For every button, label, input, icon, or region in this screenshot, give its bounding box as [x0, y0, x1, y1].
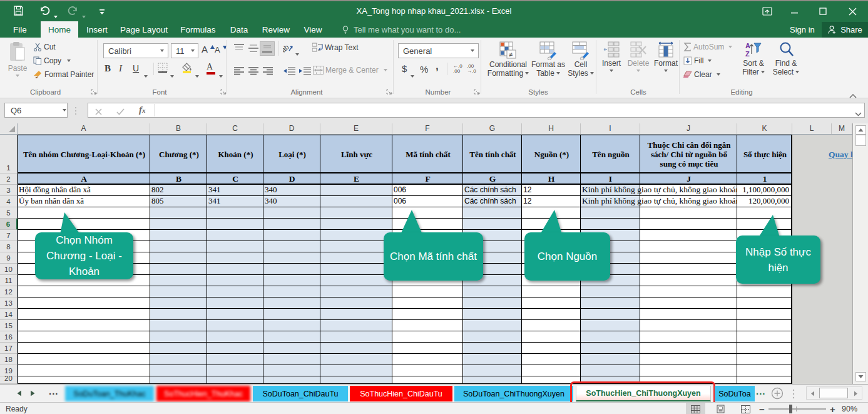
cell-D6[interactable] [263, 219, 320, 230]
column-header-C[interactable]: C [207, 123, 263, 134]
cell-J2-text[interactable]: J [640, 173, 737, 185]
cell-E20[interactable] [320, 376, 392, 384]
tab-insert[interactable]: Insert [83, 21, 111, 38]
align-left-icon[interactable] [234, 66, 244, 78]
cell-G2-text[interactable]: G [463, 173, 522, 185]
cell-E18[interactable] [320, 354, 392, 365]
cell-D18[interactable] [263, 354, 320, 365]
cell-J15[interactable] [640, 320, 737, 331]
tell-me-input[interactable]: Tell me what you want to do... [354, 21, 491, 38]
sort-filter-button[interactable]: AZ Sort & Filter [738, 41, 768, 76]
column-header-G[interactable]: G [463, 123, 522, 134]
cell-C20[interactable] [207, 376, 263, 384]
cell-G3-text[interactable]: Các chính sách c [464, 185, 522, 196]
cell-C11[interactable] [207, 275, 263, 286]
cell-I4-text[interactable]: Kinh phí không giao tự chủ, không giao k… [582, 196, 737, 207]
sheet-tab-6[interactable]: SoDuToa [715, 386, 755, 401]
cell-E3[interactable] [320, 185, 392, 196]
cell-D19[interactable] [263, 365, 320, 376]
cell-F15[interactable] [392, 320, 463, 331]
cell-F5[interactable] [392, 207, 463, 219]
copy-button[interactable]: Copy [33, 56, 71, 65]
cell-J13[interactable] [640, 298, 737, 309]
share-button[interactable]: Share [822, 22, 868, 38]
cell-J7[interactable] [640, 230, 737, 241]
cell-F12[interactable] [392, 286, 463, 298]
cell-E9[interactable] [320, 252, 392, 264]
cell-A4-text[interactable]: Ủy ban nhân dân xã [19, 196, 150, 207]
comma-button[interactable]: , [436, 60, 439, 73]
bold-button[interactable]: B [105, 63, 111, 74]
vertical-scrollbar[interactable] [852, 123, 868, 384]
currency-button[interactable]: $ [402, 63, 407, 74]
cell-F14[interactable] [392, 309, 463, 320]
zoom-slider-thumb[interactable] [789, 405, 792, 413]
fill-button[interactable]: Fill [683, 56, 712, 65]
cut-button[interactable]: Cut [33, 43, 56, 51]
row-header-6[interactable]: 6 [0, 219, 18, 230]
orientation-dropdown-icon[interactable] [295, 47, 299, 58]
name-box-splitter[interactable] [74, 106, 78, 115]
bottom-align-icon[interactable] [260, 41, 275, 56]
cell-H17[interactable] [522, 343, 581, 354]
cell-I13[interactable] [581, 298, 640, 309]
cell-K3-text[interactable]: 1,100,000,000 [737, 185, 789, 196]
cell-J12[interactable] [640, 286, 737, 298]
header-cell-C1[interactable]: Khoản (*) [207, 135, 264, 173]
cell-F13[interactable] [392, 298, 463, 309]
tab-ellipsis-right[interactable]: ... [756, 386, 766, 396]
cell-B20[interactable] [150, 376, 207, 384]
cell-K20[interactable] [737, 376, 792, 384]
cell-H15[interactable] [522, 320, 581, 331]
cell-I17[interactable] [581, 343, 640, 354]
row-header-18[interactable]: 18 [0, 354, 18, 365]
cell-A12[interactable] [18, 286, 150, 298]
row-header-7[interactable]: 7 [0, 230, 18, 241]
tab-home[interactable]: Home [41, 21, 78, 38]
vertical-scrollbar-thumb[interactable] [855, 135, 866, 146]
row-header-8[interactable]: 8 [0, 241, 18, 252]
cell-C2-text[interactable]: C [207, 173, 263, 185]
cell-G16[interactable] [463, 331, 522, 343]
cell-J11[interactable] [640, 275, 737, 286]
sheet-tab-0[interactable]: SoDuToan_ThuKhac [65, 386, 154, 401]
cell-K4-text[interactable]: 120,000,000 [737, 196, 789, 207]
cell-D12[interactable] [263, 286, 320, 298]
cell-B11[interactable] [150, 275, 207, 286]
font-size-combo[interactable]: 11 [171, 43, 198, 58]
tab-scroll-left-icon[interactable] [16, 390, 22, 396]
normal-view-button[interactable] [686, 403, 705, 414]
cell-I19[interactable] [581, 365, 640, 376]
cell-J19[interactable] [640, 365, 737, 376]
zoom-level[interactable]: 90% [842, 405, 857, 413]
cell-J17[interactable] [640, 343, 737, 354]
cell-C5[interactable] [207, 207, 263, 219]
cell-F6[interactable] [392, 219, 463, 230]
cell-G19[interactable] [463, 365, 522, 376]
cell-A19[interactable] [18, 365, 150, 376]
row-header-15[interactable]: 15 [0, 320, 18, 331]
cell-K5[interactable] [737, 207, 792, 219]
row-header-5[interactable]: 5 [0, 207, 18, 219]
cell-E13[interactable] [320, 298, 392, 309]
cell-H2-text[interactable]: H [522, 173, 581, 185]
select-all-corner[interactable] [0, 123, 18, 134]
cell-C12[interactable] [207, 286, 263, 298]
cell-H16[interactable] [522, 331, 581, 343]
cell-C13[interactable] [207, 298, 263, 309]
minimize-button[interactable] [785, 1, 804, 21]
insert-cells-button[interactable]: Insert [600, 41, 623, 72]
column-header-I[interactable]: I [581, 123, 640, 134]
middle-align-icon[interactable] [248, 44, 258, 56]
row-header-10[interactable]: 10 [0, 264, 18, 275]
number-format-combo[interactable]: General [398, 43, 479, 58]
cell-K16[interactable] [737, 331, 792, 343]
clipboard-dialog-launcher[interactable] [91, 89, 97, 95]
format-cells-button[interactable]: Format [653, 41, 679, 72]
tab-data[interactable]: Data [227, 21, 252, 38]
header-cell-H1[interactable]: Nguồn (*) [522, 135, 581, 173]
top-align-icon[interactable] [234, 44, 244, 56]
cell-B18[interactable] [150, 354, 207, 365]
cell-I18[interactable] [581, 354, 640, 365]
header-cell-F1[interactable]: Mã tính chất [392, 135, 464, 173]
